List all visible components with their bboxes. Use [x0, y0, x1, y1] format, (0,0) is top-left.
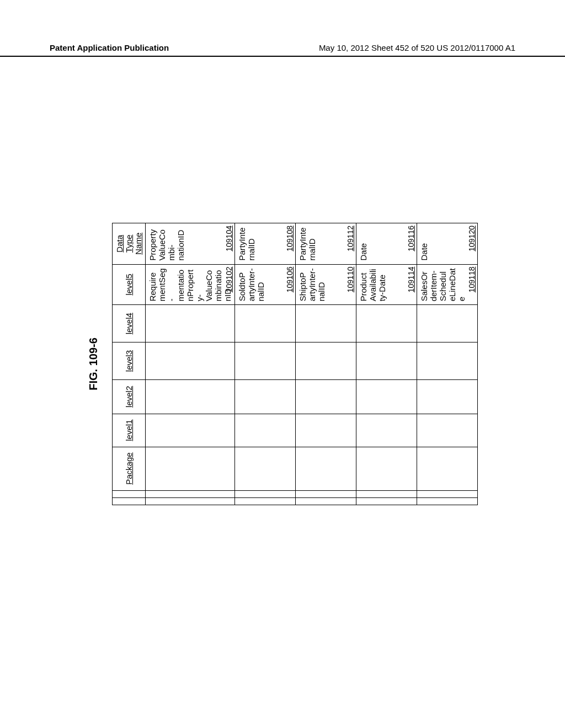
- cell-level1: [296, 414, 356, 447]
- cell-text: ShiptoPartyInter-nalID: [298, 268, 326, 301]
- cell-level5: SoldtoPartyInter-nalID 109106: [235, 264, 296, 305]
- cell-level3: [296, 342, 356, 380]
- cell-ref: 109114: [407, 267, 415, 293]
- cell-leading-b: [235, 490, 296, 497]
- cell-leading-a: [417, 497, 478, 505]
- cell-level5: SalesOrderItem-ScheduleLineDate 109118: [417, 264, 478, 305]
- cell-text: ProductAvailability-Date: [359, 269, 387, 301]
- table-row: ShiptoPartyInter-nalID 109110 PartyInter…: [296, 223, 356, 505]
- cell-ref: 109110: [346, 267, 355, 293]
- cell-package: [356, 447, 417, 490]
- cell-text: SoldtoPartyInter-nalID: [237, 268, 265, 301]
- col-leading-a: [113, 497, 146, 505]
- table-row: SoldtoPartyInter-nalID 109106 PartyInter…: [235, 223, 296, 505]
- cell-leading-a: [296, 497, 356, 505]
- cell-text: SalesOrderItem-ScheduleLineDate: [419, 268, 466, 301]
- cell-text: RequirementSeg-mentationProperty-ValueCo…: [148, 268, 232, 301]
- col-level5: level5: [113, 264, 146, 305]
- cell-dtype: PropertyValueCombi-nationID 109104: [146, 223, 235, 265]
- cell-text: Date: [419, 243, 429, 261]
- page-header: Patent Application Publication May 10, 2…: [0, 43, 565, 57]
- col-package: Package: [113, 447, 146, 490]
- cell-level5: ShiptoPartyInter-nalID 109110: [296, 264, 356, 305]
- cell-level4: [417, 305, 478, 342]
- cell-dtype: PartyInternalID 109112: [296, 223, 356, 265]
- cell-level1: [146, 414, 235, 447]
- cell-ref: 109104: [225, 226, 233, 251]
- col-dtype: Data Type Name: [113, 223, 146, 265]
- cell-ref: 109108: [285, 226, 294, 251]
- cell-text: Date: [359, 243, 368, 261]
- cell-leading-b: [146, 490, 235, 497]
- cell-level2: [417, 379, 478, 414]
- table-row: SalesOrderItem-ScheduleLineDate 109118 D…: [417, 223, 478, 505]
- cell-level3: [235, 342, 296, 380]
- cell-dtype: Date 109120: [417, 223, 478, 265]
- cell-level1: [235, 414, 296, 447]
- cell-ref: 109116: [407, 226, 415, 251]
- cell-leading-b: [356, 490, 417, 497]
- cell-level4: [146, 305, 235, 342]
- cell-text: PartyInternalID: [298, 228, 317, 261]
- cell-leading-a: [235, 497, 296, 505]
- header-left: Patent Application Publication: [50, 43, 169, 52]
- cell-ref: 109112: [346, 226, 355, 251]
- cell-leading-a: [146, 497, 235, 505]
- cell-level2: [296, 379, 356, 414]
- figure-caption: FIG. 109-6: [87, 223, 100, 505]
- cell-leading-a: [356, 497, 417, 505]
- table-header-row: Package level1 level2 level3 level4 leve…: [113, 223, 146, 505]
- cell-ref: 109120: [467, 226, 476, 251]
- cell-level3: [356, 342, 417, 380]
- cell-text: PartyInternalID: [237, 228, 256, 261]
- cell-ref: 109118: [467, 267, 476, 293]
- cell-level3: [417, 342, 478, 380]
- col-level4: level4: [113, 305, 146, 342]
- header-right: May 10, 2012 Sheet 452 of 520 US 2012/01…: [319, 43, 515, 52]
- cell-level4: [356, 305, 417, 342]
- cell-dtype: Date 109116: [356, 223, 417, 265]
- col-level3: level3: [113, 342, 146, 380]
- cell-leading-b: [296, 490, 356, 497]
- data-table: Package level1 level2 level3 level4 leve…: [112, 223, 478, 505]
- col-level2: level2: [113, 379, 146, 414]
- cell-level4: [296, 305, 356, 342]
- cell-package: [146, 447, 235, 490]
- figure-109-6: FIG. 109-6 Package level1 level2 level3 …: [87, 223, 478, 505]
- cell-level4: [235, 305, 296, 342]
- cell-package: [296, 447, 356, 490]
- cell-ref: 109106: [285, 267, 294, 293]
- cell-level2: [356, 379, 417, 414]
- cell-level1: [417, 414, 478, 447]
- cell-level2: [235, 379, 296, 414]
- cell-level2: [146, 379, 235, 414]
- cell-level3: [146, 342, 235, 380]
- cell-level5: RequirementSeg-mentationProperty-ValueCo…: [146, 264, 235, 305]
- cell-dtype: PartyInternalID 109108: [235, 223, 296, 265]
- cell-ref: 109102: [225, 267, 233, 293]
- cell-text: PropertyValueCombi-nationID: [148, 229, 185, 261]
- cell-package: [235, 447, 296, 490]
- table-row: ProductAvailability-Date 109114 Date 109…: [356, 223, 417, 505]
- col-leading-b: [113, 490, 146, 497]
- cell-package: [417, 447, 478, 490]
- col-level1: level1: [113, 414, 146, 447]
- cell-level5: ProductAvailability-Date 109114: [356, 264, 417, 305]
- cell-level1: [356, 414, 417, 447]
- table-row: RequirementSeg-mentationProperty-ValueCo…: [146, 223, 235, 505]
- cell-leading-b: [417, 490, 478, 497]
